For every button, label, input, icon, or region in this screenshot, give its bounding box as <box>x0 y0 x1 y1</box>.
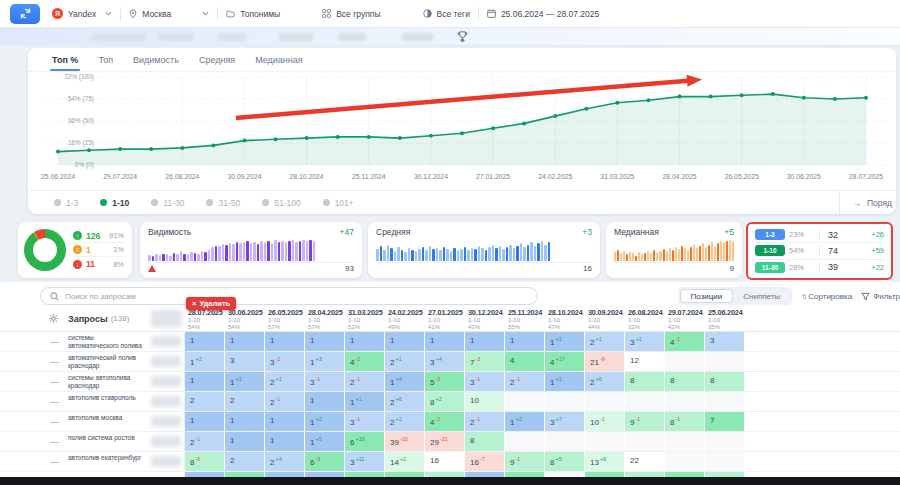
rank-cell[interactable]: 4+17 <box>545 352 585 371</box>
summary-row-1-3[interactable]: 1-323%32+26 <box>755 227 884 243</box>
rank-cell[interactable]: 3-1 <box>345 412 385 431</box>
rank-cell[interactable]: 1+2 <box>305 412 345 431</box>
rank-cell[interactable]: 1 <box>345 332 385 351</box>
rank-cell[interactable] <box>665 432 705 451</box>
rank-cell[interactable]: 3+7 <box>545 412 585 431</box>
rank-cell[interactable]: 1 <box>265 332 305 351</box>
tab-0[interactable]: Топ % <box>52 48 78 71</box>
toponyms-button[interactable]: Топонимы <box>218 9 288 19</box>
rank-cell[interactable]: 7 <box>705 412 745 431</box>
rank-cell[interactable]: 2-1 <box>505 372 545 391</box>
rank-cell[interactable]: 1+3 <box>305 352 345 371</box>
rank-cell[interactable]: 2+6 <box>585 372 625 391</box>
rank-cell[interactable] <box>705 452 745 471</box>
rank-cell[interactable]: 2 <box>225 392 265 411</box>
columns-settings[interactable] <box>0 306 68 331</box>
rank-cell[interactable]: 16-7 <box>465 452 505 471</box>
legend-item-1-10[interactable]: 1-10 <box>100 198 129 208</box>
rank-cell[interactable] <box>545 392 585 411</box>
order-link[interactable]: → Поряд <box>839 191 896 214</box>
rank-cell[interactable]: 8-1 <box>665 412 705 431</box>
date-column-header[interactable]: 26.08.20241-1032% <box>625 306 665 331</box>
rank-cell[interactable]: 21-9 <box>585 352 625 371</box>
rank-cell[interactable] <box>665 452 705 471</box>
row-select-dash[interactable]: — <box>0 452 68 471</box>
rank-cell[interactable]: 1+1 <box>545 332 585 351</box>
query-text[interactable]: автополив москва <box>68 412 148 431</box>
summary-row-1-10[interactable]: 1-1054%74+59 <box>755 243 884 259</box>
query-text[interactable]: полив система ростов <box>68 432 148 451</box>
rank-cell[interactable]: 6-3 <box>305 452 345 471</box>
groups-filter-button[interactable]: Все группы <box>314 9 388 19</box>
rank-cell[interactable] <box>705 432 745 451</box>
rank-cell[interactable]: 39-10 <box>385 432 425 451</box>
view-button-Сниппеты[interactable]: Сниппеты <box>733 289 790 303</box>
query-text[interactable]: системы автополива краснодар <box>68 372 148 391</box>
legend-item-11-30[interactable]: 11-30 <box>151 198 184 208</box>
rank-cell[interactable]: 7-3 <box>465 352 505 371</box>
summary-row-11-30[interactable]: 11-3028%39+22 <box>755 260 884 275</box>
sort-button[interactable]: ↑↓ Сортировка <box>801 292 852 301</box>
row-select-dash[interactable]: — <box>0 332 68 351</box>
rank-cell[interactable]: 4 <box>505 352 545 371</box>
row-select-dash[interactable]: — <box>0 412 68 431</box>
date-column-header[interactable]: 25.06.20241-1035% <box>705 306 745 331</box>
rank-cell[interactable]: 4-2 <box>345 352 385 371</box>
rank-cell[interactable] <box>505 432 545 451</box>
rank-cell[interactable]: 1+2 <box>505 412 545 431</box>
date-column-header[interactable]: 28.10.20241-1047% <box>545 306 585 331</box>
rank-cell[interactable]: 1+5 <box>305 432 345 451</box>
search-input[interactable] <box>65 292 528 301</box>
tab-4[interactable]: Медианная <box>255 48 303 71</box>
row-select-dash[interactable]: — <box>0 432 68 451</box>
rank-cell[interactable]: 2+4 <box>265 452 305 471</box>
date-column-header[interactable]: 27.01.20251-1041% <box>425 306 465 331</box>
rank-cell[interactable]: 1 <box>305 332 345 351</box>
rank-cell[interactable]: 1 <box>185 372 225 391</box>
date-column-header[interactable]: 26.05.20251-1057% <box>265 306 305 331</box>
rank-cell[interactable] <box>705 392 745 411</box>
date-range-picker[interactable]: 25.06.2024 — 28.07.2025 <box>479 9 607 19</box>
rank-cell[interactable]: 29-21 <box>425 432 465 451</box>
rank-cell[interactable]: 2 <box>225 452 265 471</box>
query-text[interactable]: автополив ставрополь <box>68 392 148 411</box>
rank-cell[interactable]: 2+1 <box>585 332 625 351</box>
rank-cell[interactable]: 10 <box>465 392 505 411</box>
rank-cell[interactable] <box>665 392 705 411</box>
row-select-dash[interactable]: — <box>0 352 68 371</box>
rank-cell[interactable]: 3-1 <box>465 372 505 391</box>
rank-cell[interactable]: 2-1 <box>345 372 385 391</box>
rank-cell[interactable]: 8+2 <box>425 392 465 411</box>
rank-cell[interactable]: 8 <box>665 372 705 391</box>
rank-cell[interactable]: 3+1 <box>625 332 665 351</box>
query-text[interactable]: системы автоматического полива краснодар <box>68 332 148 351</box>
warning-icon[interactable] <box>148 265 156 272</box>
delete-button[interactable]: × Удалить <box>186 297 236 310</box>
tab-2[interactable]: Видимость <box>133 48 179 71</box>
rank-cell[interactable]: 1 <box>225 412 265 431</box>
filter-button[interactable]: Фильтр <box>861 292 900 301</box>
rank-cell[interactable]: 1 <box>265 432 305 451</box>
rank-cell[interactable] <box>505 392 545 411</box>
rank-cell[interactable]: 10-1 <box>585 412 625 431</box>
date-column-header[interactable]: 30.09.20241-1044% <box>585 306 625 331</box>
rank-cell[interactable]: 1+1 <box>345 392 385 411</box>
rank-cell[interactable]: 14+2 <box>385 452 425 471</box>
rank-cell[interactable]: 3-2 <box>265 352 305 371</box>
rank-cell[interactable]: 3-1 <box>305 372 345 391</box>
region-select[interactable]: Москва <box>121 9 217 19</box>
rank-cell[interactable]: 1 <box>425 332 465 351</box>
legend-item-1-3[interactable]: 1-3 <box>54 198 78 208</box>
rank-cell[interactable]: 16 <box>425 452 465 471</box>
tab-1[interactable]: Топ <box>98 48 113 71</box>
date-column-header[interactable]: 24.02.20251-1049% <box>385 306 425 331</box>
legend-item-51-100[interactable]: 51-100 <box>262 198 300 208</box>
rank-cell[interactable]: 1+2 <box>185 352 225 371</box>
rank-cell[interactable]: 13+9 <box>585 452 625 471</box>
legend-item-101+[interactable]: 101+ <box>323 198 354 208</box>
rank-cell[interactable]: 3+4 <box>425 352 465 371</box>
rank-cell[interactable]: 9-1 <box>625 412 665 431</box>
query-text[interactable]: автоматический полив краснодар <box>68 352 148 371</box>
queries-column-header[interactable]: Запросы (138) <box>68 306 148 331</box>
tab-3[interactable]: Средняя <box>199 48 235 71</box>
